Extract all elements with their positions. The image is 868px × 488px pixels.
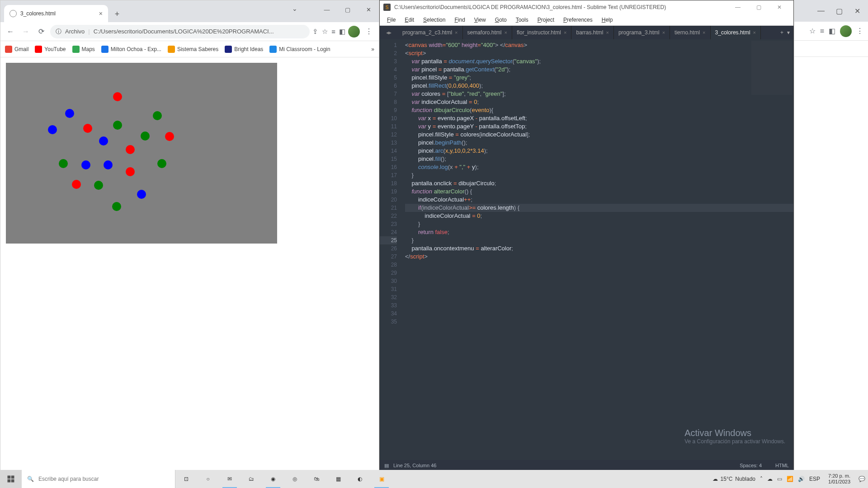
menu-item[interactable]: Find xyxy=(451,16,468,24)
menu-item[interactable]: View xyxy=(471,16,490,24)
taskbar-app-store[interactable]: 🛍 xyxy=(306,470,327,488)
minimize-button[interactable]: ― xyxy=(316,0,337,19)
bookmark-label: YouTube xyxy=(44,46,66,52)
reading-list-icon[interactable]: ≡ xyxy=(820,27,824,35)
forward-button[interactable]: → xyxy=(19,25,32,38)
clock-date: 1/01/2023 xyxy=(828,479,850,485)
taskbar-app-generic2[interactable]: ◐ xyxy=(349,470,371,488)
browser-tab[interactable]: 3_colores.html × xyxy=(4,5,108,22)
menu-item[interactable]: Help xyxy=(598,16,617,24)
status-indent[interactable]: Spaces: 4 xyxy=(740,463,762,468)
tray-chevron-icon[interactable]: ˄ xyxy=(760,476,763,482)
taskbar-app-chrome[interactable]: ◉ xyxy=(262,470,284,488)
minimap[interactable] xyxy=(751,41,792,95)
status-hamburger-icon[interactable]: ▤ xyxy=(384,463,389,469)
line-gutter[interactable]: 1234567891011121314151617181920212223242… xyxy=(380,39,401,460)
notifications-icon[interactable]: 💬 xyxy=(859,476,865,482)
back-button[interactable]: ← xyxy=(4,25,17,38)
taskbar-app-edge[interactable]: ◎ xyxy=(284,470,306,488)
address-bar[interactable]: ⓘ Archivo | C:/Users/escritorio/Document… xyxy=(50,25,310,38)
bookmark-label: Maps xyxy=(82,46,95,52)
star-icon[interactable]: ☆ xyxy=(809,27,816,35)
share-icon[interactable]: ⇪ xyxy=(312,28,318,36)
ime-indicator[interactable]: ESP xyxy=(809,476,820,482)
wifi-icon[interactable]: 📶 xyxy=(787,476,793,482)
tab-label: programa_2_c3.html xyxy=(402,29,452,36)
close-icon[interactable]: × xyxy=(662,30,665,35)
chrome-menu-button[interactable]: ⋮ xyxy=(856,27,863,35)
maximize-button[interactable]: ▢ xyxy=(830,2,848,20)
task-view-button[interactable]: ⊡ xyxy=(175,470,197,488)
editor-tab[interactable]: semaforo.html× xyxy=(463,26,512,39)
editor-tab[interactable]: programa_2_c3.html× xyxy=(398,26,463,39)
menu-item[interactable]: Tools xyxy=(512,16,532,24)
bookmarks-overflow[interactable]: » xyxy=(371,46,374,52)
drawing-canvas[interactable] xyxy=(6,63,277,244)
close-icon[interactable]: × xyxy=(99,10,103,17)
cortana-button[interactable]: ○ xyxy=(197,470,219,488)
close-icon[interactable]: × xyxy=(703,30,705,35)
taskbar-app-mail[interactable]: ✉ xyxy=(219,470,241,488)
editor-tab[interactable]: tierno.html× xyxy=(670,26,710,39)
tab-overflow-icon[interactable]: ⌄ xyxy=(292,5,297,12)
svg-rect-0 xyxy=(8,476,11,479)
start-button[interactable] xyxy=(0,470,22,488)
close-icon[interactable]: × xyxy=(455,30,458,35)
sublime-statusbar[interactable]: ▤ Line 25, Column 46 Spaces: 4 HTML xyxy=(380,460,793,471)
editor-tab[interactable]: programa_3.html× xyxy=(614,26,670,39)
menu-item[interactable]: Project xyxy=(534,16,558,24)
taskbar-clock[interactable]: 7:20 p. m. 1/01/2023 xyxy=(825,473,854,485)
bookmark-item[interactable]: Mi Classroom - Login xyxy=(269,46,330,53)
side-panel-icon[interactable]: ◧ xyxy=(829,27,835,35)
taskbar-search[interactable]: 🔍 Escribe aquí para buscar xyxy=(22,470,175,488)
editor-tab[interactable]: barras.html× xyxy=(571,26,613,39)
tab-dropdown-icon[interactable]: ▾ xyxy=(787,29,790,36)
menu-item[interactable]: Edit xyxy=(401,16,418,24)
new-tab-button[interactable]: + xyxy=(111,8,123,20)
taskbar-app-generic1[interactable]: ▦ xyxy=(327,470,349,488)
taskbar-app-sublime[interactable]: ▣ xyxy=(371,470,392,488)
tab-label: 3_colores.html xyxy=(715,29,750,36)
reload-button[interactable]: ⟳ xyxy=(35,25,47,38)
battery-icon[interactable]: ▭ xyxy=(777,476,782,482)
maximize-button[interactable]: ▢ xyxy=(748,0,769,14)
tab-history-nav[interactable]: ◂▸ xyxy=(380,26,398,39)
editor-tab[interactable]: flor_instructor.html× xyxy=(512,26,571,39)
close-icon[interactable]: × xyxy=(606,30,609,35)
bookmark-item[interactable]: Maps xyxy=(72,46,95,53)
minimize-button[interactable]: ― xyxy=(727,0,748,14)
minimize-button[interactable]: ― xyxy=(812,2,830,20)
close-icon[interactable]: × xyxy=(564,30,566,35)
page-viewport xyxy=(0,57,379,471)
close-button[interactable]: ✕ xyxy=(769,0,790,14)
new-tab-button[interactable]: + xyxy=(780,29,783,36)
menu-item[interactable]: Goto xyxy=(491,16,510,24)
profile-avatar[interactable] xyxy=(348,26,360,38)
sublime-menubar[interactable]: FileEditSelectionFindViewGotoToolsProjec… xyxy=(380,14,793,26)
status-syntax[interactable]: HTML xyxy=(775,463,789,468)
editor-tab[interactable]: 3_colores.html× xyxy=(711,26,761,39)
menu-item[interactable]: File xyxy=(383,16,399,24)
profile-avatar[interactable] xyxy=(840,25,852,37)
close-icon[interactable]: × xyxy=(505,30,507,35)
menu-item[interactable]: Selection xyxy=(420,16,449,24)
bookmark-item[interactable]: YouTube xyxy=(35,46,66,53)
menu-item[interactable]: Preferences xyxy=(560,16,596,24)
bookmark-item[interactable]: Milton Ochoa - Exp... xyxy=(101,46,161,53)
close-icon[interactable]: × xyxy=(753,30,756,35)
star-icon[interactable]: ☆ xyxy=(322,28,328,36)
close-button[interactable]: ✕ xyxy=(358,0,379,19)
onedrive-icon[interactable]: ☁ xyxy=(767,476,773,482)
reading-list-icon[interactable]: ≡ xyxy=(331,28,335,36)
bookmark-item[interactable]: Gmail xyxy=(5,46,28,53)
maximize-button[interactable]: ▢ xyxy=(337,0,358,19)
side-panel-icon[interactable]: ◧ xyxy=(339,28,345,36)
weather-widget[interactable]: ☁ 15°C Nublado xyxy=(712,476,756,482)
bookmark-item[interactable]: Bright Ideas xyxy=(225,46,263,53)
code-editor[interactable]: <canvas width="600" height="400"> </canv… xyxy=(401,39,793,460)
bookmark-item[interactable]: Sistema Saberes xyxy=(168,46,218,53)
close-button[interactable]: ✕ xyxy=(848,2,866,20)
chrome-menu-button[interactable]: ⋮ xyxy=(363,25,375,38)
taskbar-app-explorer[interactable]: 🗂 xyxy=(241,470,262,488)
volume-icon[interactable]: 🔊 xyxy=(798,476,805,482)
